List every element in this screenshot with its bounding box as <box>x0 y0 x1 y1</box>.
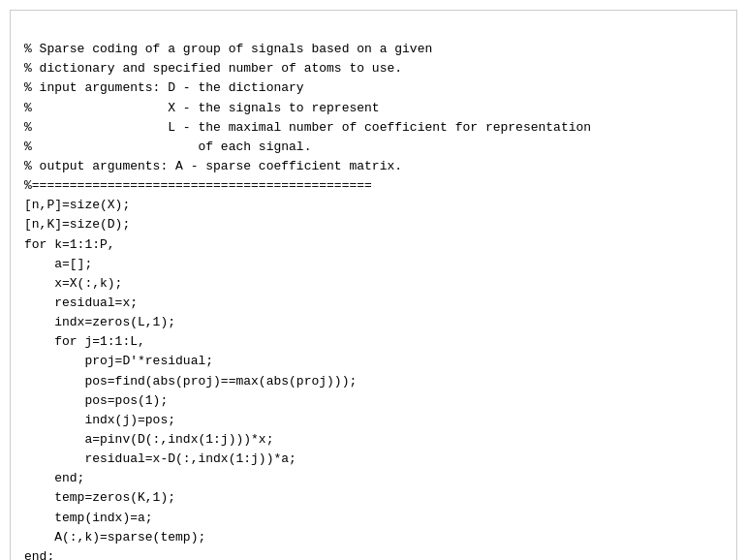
code-line-4: % L - the maximal number of coefficient … <box>24 118 723 138</box>
code-line-13: residual=x; <box>24 294 723 313</box>
code-line-1: % dictionary and specified number of ato… <box>24 59 723 78</box>
code-block: % Sparse coding of a group of signals ba… <box>10 10 737 560</box>
code-line-16: proj=D'*residual; <box>24 352 723 371</box>
code-line-26: end; <box>24 547 723 560</box>
code-line-14: indx=zeros(L,1); <box>24 313 723 332</box>
code-line-0: % Sparse coding of a group of signals ba… <box>24 40 723 59</box>
code-line-17: pos=find(abs(proj)==max(abs(proj))); <box>24 372 723 391</box>
code-line-24: temp(indx)=a; <box>24 509 723 528</box>
code-line-9: [n,K]=size(D); <box>24 215 723 234</box>
code-line-22: end; <box>24 469 723 488</box>
code-line-7: %=======================================… <box>24 176 723 196</box>
code-line-15: for j=1:1:L, <box>24 332 723 352</box>
code-line-8: [n,P]=size(X); <box>24 196 723 215</box>
code-line-3: % X - the signals to represent <box>24 99 723 118</box>
code-line-18: pos=pos(1); <box>24 391 723 411</box>
code-line-2: % input arguments: D - the dictionary <box>24 78 723 98</box>
code-line-5: % of each signal. <box>24 138 723 157</box>
code-line-12: x=X(:,k); <box>24 274 723 294</box>
code-line-25: A(:,k)=sparse(temp); <box>24 528 723 547</box>
code-line-10: for k=1:1:P, <box>24 235 723 255</box>
code-line-20: a=pinv(D(:,indx(1:j)))*x; <box>24 430 723 450</box>
code-line-11: a=[]; <box>24 255 723 274</box>
code-line-19: indx(j)=pos; <box>24 411 723 430</box>
code-line-21: residual=x-D(:,indx(1:j))*a; <box>24 450 723 469</box>
code-line-6: % output arguments: A - sparse coefficie… <box>24 157 723 176</box>
code-line-23: temp=zeros(K,1); <box>24 488 723 508</box>
